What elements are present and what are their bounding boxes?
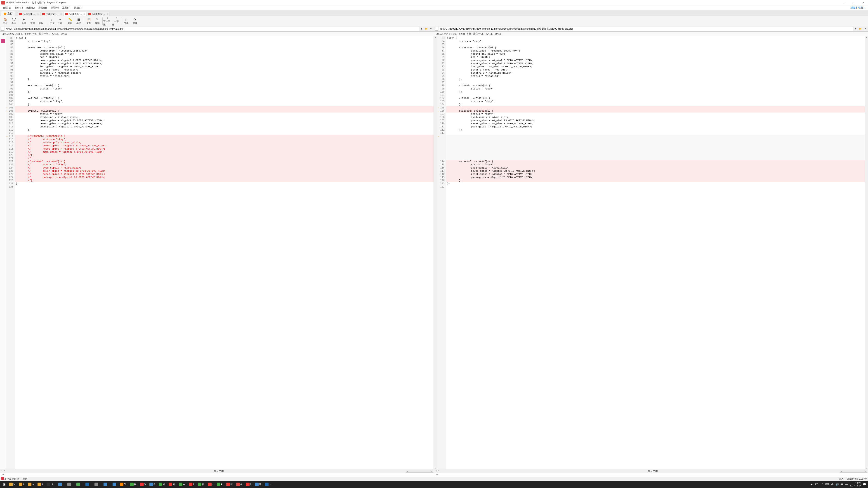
code-line[interactable]: // status = "okay"; — [15, 163, 434, 166]
taskbar-item[interactable]: xs... — [178, 481, 188, 488]
code-line[interactable]: status = "okay"; — [15, 87, 434, 90]
menu-item[interactable]: 编辑(E) — [25, 6, 37, 10]
left-path-dropdown[interactable]: ▾ — [420, 27, 424, 31]
right-scrollbar[interactable] — [865, 36, 868, 469]
file-tab[interactable]: rk3399-firefl...*× — [87, 12, 110, 16]
code-line[interactable]: #sound-dai-cells = <0>; — [446, 53, 865, 56]
code-line[interactable]: status = "okay"; — [446, 112, 865, 116]
code-line[interactable]: tc358749x: tc358749x@0f { — [446, 46, 865, 49]
code-line[interactable]: power-gpios = <&gpio1 23 GPIO_ACTIVE_HIG… — [446, 119, 865, 122]
left-code[interactable]: &i2c1 { status = "okay"; tc358749x: tc35… — [15, 36, 434, 469]
code-line[interactable]: compatible = "toshiba,tc358749x"; — [446, 49, 865, 53]
code-line[interactable]: //ov13850f: ov13850f@10 { — [15, 160, 434, 163]
code-line[interactable]: // status = "okay"; — [15, 138, 434, 141]
code-line[interactable]: status = "okay"; — [15, 40, 434, 43]
menu-item[interactable]: 文件(F) — [13, 6, 25, 10]
code-line[interactable]: reset-gpios = <&gpio0 8 GPIO_ACTIVE_HIGH… — [446, 122, 865, 125]
format-button[interactable]: ▦格式 — [74, 17, 83, 26]
taskbar-item[interactable] — [83, 481, 92, 488]
code-line[interactable]: status = "disabled"; — [15, 74, 434, 78]
tray-ime-icon[interactable]: 中 — [841, 483, 843, 486]
code-line[interactable] — [15, 94, 434, 97]
thumbnail-overview[interactable] — [0, 36, 6, 469]
code-line[interactable] — [446, 131, 865, 135]
code-line[interactable]: }; — [15, 182, 434, 185]
left-open-button[interactable]: 📂 — [424, 27, 428, 31]
tray-keyboard-icon[interactable]: ⌨ — [825, 483, 829, 486]
code-line[interactable] — [446, 81, 865, 84]
code-line[interactable]: pinctrl-0 = <&hdmiin_gpios>; — [446, 71, 865, 74]
code-line[interactable]: power-gpios = <&gpio1 23 GPIO_ACTIVE_HIG… — [446, 169, 865, 173]
code-line[interactable] — [15, 106, 434, 109]
code-line[interactable]: status = "okay"; — [446, 100, 865, 103]
code-line[interactable]: }; — [15, 103, 434, 106]
code-line[interactable]: status = "disabled"; — [446, 74, 865, 78]
prevpart-button[interactable]: ↑上一部分 — [112, 17, 121, 26]
code-line[interactable]: reset-gpios = <&gpio0 8 GPIO_ACTIVE_HIGH… — [15, 122, 434, 125]
code-line[interactable]: ov13850b: ov13850b@10 { — [446, 109, 865, 112]
left-more-button[interactable]: ▾ — [429, 27, 433, 31]
code-line[interactable]: pinctrl-names = "default"; — [15, 68, 434, 71]
reload-button[interactable]: ⟳重载 — [131, 17, 139, 26]
code-line[interactable]: xc7160b: xc7160b@1b { — [446, 84, 865, 87]
code-line[interactable]: pwdn-gpios = <&gpio2 28 GPIO_ACTIVE_HIGH… — [446, 176, 865, 179]
code-line[interactable] — [446, 135, 865, 138]
code-line[interactable] — [15, 131, 434, 135]
taskbar-item[interactable]: 气... — [119, 481, 129, 488]
taskbar-item[interactable]: 网... — [129, 481, 139, 488]
new-version-link[interactable]: 新版本可用！ — [850, 6, 867, 9]
rules-button[interactable]: 📏规则 — [66, 17, 74, 26]
code-line[interactable]: power-gpios = <&gpio2 3 GPIO_ACTIVE_HIGH… — [15, 59, 434, 62]
code-line[interactable]: avdd-supply = <&vcc_mipi>; — [446, 116, 865, 119]
code-line[interactable] — [446, 154, 865, 157]
minimize-button[interactable]: — — [841, 1, 848, 4]
same-button[interactable]: =相同 — [37, 17, 45, 26]
right-code[interactable]: &i2c1 { status = "okay"; tc358749x: tc35… — [446, 36, 865, 469]
code-line[interactable] — [446, 43, 865, 46]
code-line[interactable] — [446, 147, 865, 151]
right-path-dropdown[interactable]: ▾ — [854, 27, 858, 31]
taskbar-item[interactable] — [65, 481, 74, 488]
context-button[interactable]: ↕上下文 — [47, 17, 56, 26]
code-line[interactable] — [446, 138, 865, 141]
taskbar-item[interactable]: R... — [216, 481, 225, 488]
code-line[interactable]: status = "okay"; — [15, 112, 434, 116]
code-line[interactable]: compatible = "toshiba,tc358749x"; — [15, 49, 434, 53]
code-line[interactable]: int-gpios = <&gpio2 28 GPIO_ACTIVE_HIGH>… — [15, 65, 434, 68]
code-line[interactable]: }; — [15, 128, 434, 131]
tray-more-icon[interactable]: ⋯ — [845, 483, 848, 486]
file-tab[interactable]: 64rk3399-an...× — [18, 12, 40, 16]
code-line[interactable]: power-gpios = <&gpio1 23 GPIO_ACTIVE_HIG… — [15, 119, 434, 122]
taskbar-item[interactable] — [74, 481, 83, 488]
taskbar-item[interactable]: B... — [149, 481, 158, 488]
code-line[interactable] — [446, 185, 865, 188]
code-line[interactable] — [446, 144, 865, 147]
taskbar-item[interactable]: 新... — [225, 481, 235, 488]
code-line[interactable]: #sound-dai-cells = <0>; — [15, 53, 434, 56]
close-button[interactable]: ✕ — [860, 1, 867, 4]
code-line[interactable]: // — [15, 157, 434, 160]
nextsec-button[interactable]: ↓下一区段 — [103, 17, 112, 26]
left-path-input[interactable] — [5, 27, 419, 31]
code-line[interactable]: }; — [446, 128, 865, 131]
code-line[interactable] — [446, 94, 865, 97]
weather-widget[interactable]: ☀ 19°C — [809, 483, 820, 486]
code-line[interactable]: ov13850: ov13850@10 { — [15, 109, 434, 112]
tray-volume-icon[interactable]: 🔊 — [835, 483, 839, 486]
code-line[interactable] — [15, 81, 434, 84]
close-tab-icon[interactable]: × — [84, 13, 85, 15]
code-line[interactable]: ov13850f: ov13850f@10 { — [446, 160, 865, 163]
code-line[interactable]: avdd-supply = <&vcc_mipi>; — [15, 116, 434, 119]
menu-item[interactable]: 搜索(R) — [36, 6, 49, 10]
session-button[interactable]: 💬会话 — [9, 17, 18, 26]
code-line[interactable] — [446, 106, 865, 109]
code-line[interactable]: pwdn-gpios = <&gpio2 1 GPIO_ACTIVE_HIGH>… — [15, 125, 434, 128]
code-line[interactable]: reg = <0x0f>; — [15, 56, 434, 59]
code-line[interactable]: // pwdn-gpios = <&gpio2 1 GPIO_ACTIVE_HI… — [15, 151, 434, 154]
code-line[interactable] — [446, 141, 865, 144]
code-line[interactable]: status = "okay"; — [446, 40, 865, 43]
code-line[interactable]: pinctrl-0 = <&hdmiin_gpios>; — [15, 71, 434, 74]
right-h-scrollbar[interactable] — [840, 470, 867, 473]
code-line[interactable]: // power-gpios = <&gpio1 23 GPIO_ACTIVE_… — [15, 169, 434, 173]
menu-item[interactable]: 帮助(H) — [72, 6, 84, 10]
